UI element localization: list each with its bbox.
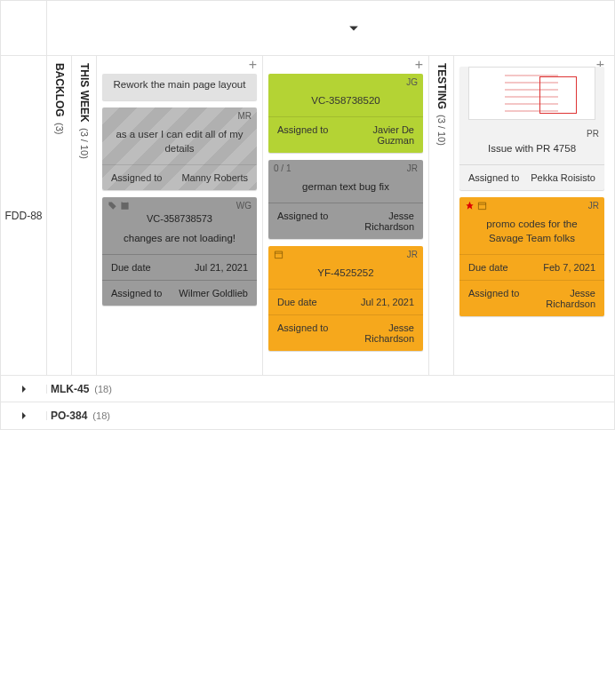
collapsed-col-testing[interactable]: TESTING (3 / 10) [429, 56, 454, 375]
swimlane-header-spacer [1, 1, 47, 55]
expand-swimlane-button[interactable] [1, 385, 47, 394]
collapsed-col-thisweek[interactable]: THIS WEEK (3 / 10) [72, 56, 97, 375]
card-progress: 0 / 1 [274, 163, 291, 173]
assigned-value: Javier De Guzman [339, 124, 414, 146]
assignee-initials: WG [236, 201, 252, 211]
assignee-initials: JR [407, 163, 418, 173]
swimlane-row-mlk45[interactable]: MLK-45 (18) [1, 376, 614, 402]
calendar-icon [477, 200, 487, 211]
assigned-label: Assigned to [277, 211, 328, 221]
card-german-text-bug[interactable]: 0 / 1 JR german text bug fix Assigned to… [268, 160, 423, 239]
tag-icon [108, 201, 117, 211]
add-card-button[interactable]: + [415, 58, 423, 72]
card-code: VC-358738520 [268, 90, 423, 116]
collapsed-col-count: (3 / 10) [436, 115, 447, 146]
assigned-value: Jesse Richardson [339, 322, 414, 344]
due-value: Jul 21, 2021 [361, 297, 414, 307]
swimlane-count: (18) [92, 410, 110, 421]
assignee-initials: PR [587, 129, 599, 139]
assignee-initials: JR [407, 250, 418, 259]
card-vc-358738573[interactable]: WG VC-358738573 changes are not loading!… [102, 197, 257, 306]
collapse-backlog-toggle[interactable] [47, 1, 615, 55]
swimlane-count: (18) [94, 384, 112, 394]
assigned-value: Jesse Richardson [339, 211, 414, 232]
assignee-initials: JR [588, 201, 599, 211]
due-value: Feb 7, 2021 [543, 262, 595, 273]
assigned-label: Assigned to [277, 322, 328, 333]
column-doing: + JG VC-358738520 Assigned to Javier De … [263, 56, 429, 375]
add-card-button[interactable]: + [249, 58, 257, 72]
card-user-edit-details[interactable]: MR as a user I can edit all of my detail… [102, 107, 257, 190]
card-code: YF-4525252 [268, 262, 423, 289]
card-title: Rework the main page layout [102, 74, 257, 100]
card-title: promo codes for the Savage Team folks [459, 213, 604, 254]
collapsed-col-count: (3 / 10) [79, 128, 90, 159]
swimlane-row-po384[interactable]: PO-384 (18) [1, 402, 614, 429]
collapsed-col-label: BACKLOG [53, 63, 66, 117]
card-pr-4758[interactable]: PR Issue with PR 4758 Assigned to Pekka … [459, 67, 604, 190]
assigned-value: Pekka Roisisto [531, 172, 595, 183]
assigned-label: Assigned to [468, 288, 519, 298]
pin-icon [465, 200, 475, 211]
assigned-value: Wilmer Goldlieb [179, 288, 248, 298]
swimlane-label[interactable]: FDD-88 [1, 56, 47, 375]
swimlane-row-fdd88: FDD-88 BACKLOG (3) THIS WEEK (3 / 10) + … [1, 56, 614, 376]
assignee-initials: JG [406, 77, 418, 87]
column-today: + Rework the main page layout MR as a us… [97, 56, 263, 375]
card-thumbnail [468, 67, 595, 120]
due-value: Jul 21, 2021 [195, 262, 248, 273]
assigned-label: Assigned to [277, 124, 328, 135]
due-label: Due date [111, 262, 151, 273]
card-title: german text bug fix [268, 176, 423, 203]
column-changes: + PR Issue with PR 4758 Assigned to Pekk… [454, 56, 610, 375]
card-title: as a user I can edit all of my details [102, 123, 257, 164]
assignee-initials: MR [237, 111, 252, 121]
assigned-value: Manny Roberts [181, 172, 248, 183]
collapsed-col-label: THIS WEEK [78, 63, 91, 123]
kanban-board: TODAY 6 / 5 DOING 5 / 5 CHANGES REQUESTE… [0, 0, 615, 430]
assigned-label: Assigned to [111, 288, 162, 298]
swimlane-label: MLK-45 [51, 383, 89, 395]
card-code: VC-358738573 [102, 213, 257, 231]
assigned-value: Jesse Richardson [525, 288, 595, 309]
card-yf-4525252[interactable]: JR YF-4525252 Due date Jul 21, 2021 Assi… [268, 246, 423, 351]
due-label: Due date [468, 262, 508, 273]
column-header-row: TODAY 6 / 5 DOING 5 / 5 CHANGES REQUESTE… [1, 1, 614, 56]
calendar-icon [120, 201, 130, 211]
card-title: Issue with PR 4758 [459, 141, 604, 164]
card-title: changes are not loading! [102, 231, 257, 254]
card-promo-codes[interactable]: JR promo codes for the Savage Team folks… [459, 197, 604, 316]
card-vc-358738520[interactable]: JG VC-358738520 Assigned to Javier De Gu… [268, 74, 423, 153]
collapsed-col-label: TESTING [435, 63, 448, 109]
collapsed-col-backlog[interactable]: BACKLOG (3) [47, 56, 72, 375]
assigned-label: Assigned to [468, 172, 519, 183]
expand-swimlane-button[interactable] [1, 411, 47, 420]
collapsed-col-count: (3) [54, 123, 65, 134]
swimlane-label: PO-384 [51, 410, 87, 422]
due-label: Due date [277, 297, 317, 307]
card-rework-layout[interactable]: Rework the main page layout [102, 74, 257, 100]
assigned-label: Assigned to [111, 172, 162, 183]
calendar-icon [274, 249, 284, 259]
